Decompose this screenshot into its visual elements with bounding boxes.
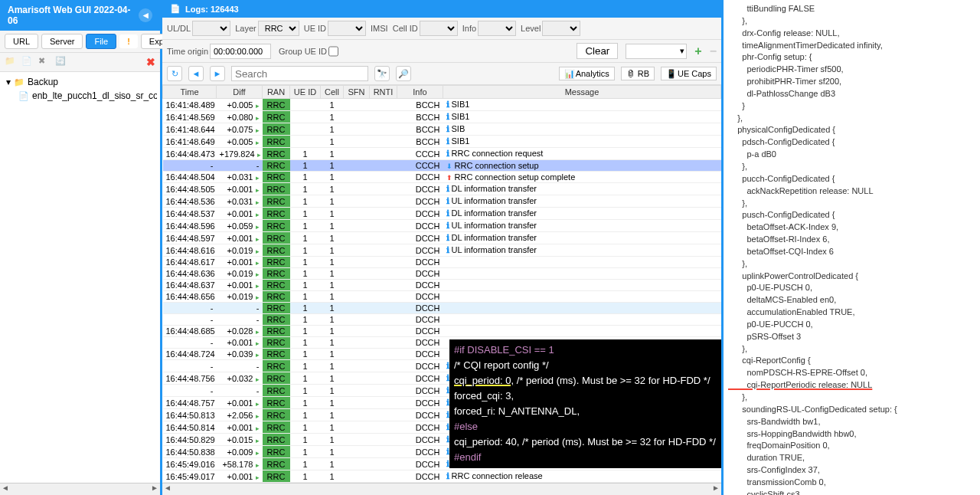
groupueid-checkbox[interactable] [328, 44, 338, 59]
msg-icon [446, 172, 455, 182]
msg-icon [446, 221, 452, 230]
info-label: Info [462, 24, 476, 33]
tree-folder-backup[interactable]: ▾ Backup [3, 75, 157, 89]
msg-icon [446, 161, 455, 170]
log-row[interactable]: 16:44:48.636+0.019 ▸RRC11DCCH [163, 268, 721, 280]
log-row[interactable]: 16:44:48.504+0.031 ▸RRC11DCCHRRC connect… [163, 172, 721, 183]
log-row[interactable]: 16:44:48.656+0.019 ▸RRC11DCCH [163, 291, 721, 303]
doc-icon[interactable]: 📄 [21, 56, 34, 68]
analytics-button[interactable]: 📊Analytics [559, 67, 615, 80]
find-next-icon[interactable]: 🔎 [396, 66, 411, 81]
layer-select[interactable]: RRC [258, 21, 299, 36]
refresh-icon[interactable]: 🔄 [55, 56, 67, 68]
ueid-label: UE ID [304, 24, 326, 33]
msg-icon [446, 149, 452, 158]
col-time[interactable]: Time [163, 86, 217, 99]
col-ran[interactable]: RAN [263, 86, 290, 99]
log-row[interactable]: 16:41:48.489+0.005 ▸RRC1BCCHSIB1 [163, 99, 721, 111]
warning-icon[interactable]: ! [119, 34, 138, 48]
nav-prev-icon[interactable]: ◄ [188, 66, 204, 81]
search-input[interactable] [231, 66, 368, 81]
msg-icon [446, 136, 452, 146]
col-rnti[interactable]: RNTI [370, 86, 397, 99]
clear-button[interactable]: Clear [577, 43, 618, 59]
log-row[interactable]: 16:44:48.536+0.031 ▸RRC11DCCHUL informat… [163, 195, 721, 208]
log-row[interactable]: --RRC11DCCH [163, 314, 721, 326]
rb-button[interactable]: 🛢RB [621, 67, 655, 80]
nav-next-icon[interactable]: ► [210, 66, 225, 81]
log-row[interactable]: 16:44:48.685+0.028 ▸RRC11DCCH [163, 326, 721, 337]
collapse-sidebar-icon[interactable]: ◄ [139, 8, 152, 22]
imsi-label: IMSI [371, 24, 388, 33]
detail-code-pre: ttiBundling FALSE }, drx-Config release:… [728, 4, 883, 377]
layer-label: Layer [235, 24, 256, 33]
timeorigin-input[interactable] [210, 44, 271, 59]
level-select[interactable] [542, 21, 580, 36]
delete-icon[interactable]: ✖ [38, 56, 51, 68]
log-row[interactable]: 16:41:48.569+0.080 ▸RRC1BCCHSIB1 [163, 111, 721, 123]
file-button[interactable]: File [86, 34, 116, 49]
overlay-else: #else [454, 419, 721, 434]
log-row[interactable]: 16:41:48.649+0.005 ▸RRC1BCCHSIB1 [163, 136, 721, 148]
timeorigin-label: Time origin [167, 47, 208, 56]
log-grid-wrap[interactable]: TimeDiffRANUE IDCellSFNRNTIInfoMessage 1… [162, 85, 721, 483]
close-icon[interactable]: ✖ [146, 56, 155, 68]
tree-file-log[interactable]: enb_lte_pucch1_dl_siso_sr_count_44.log..… [15, 89, 157, 103]
url-button[interactable]: URL [5, 34, 38, 49]
overlay-l4: forced_cqi: 3, [454, 388, 721, 404]
log-row[interactable]: 16:44:48.473+179.824 ▸RRC11CCCHRRC conne… [163, 148, 721, 160]
col-diff[interactable]: Diff [217, 86, 263, 99]
ueid-select[interactable] [328, 21, 366, 36]
sidebar-hscroll[interactable] [0, 483, 160, 495]
app-title: Amarisoft Web GUI 2022-04-06 [8, 5, 139, 26]
log-row[interactable]: --RRC11DCCH [163, 303, 721, 314]
col-sfn[interactable]: SFN [344, 86, 370, 99]
folder-label: Backup [28, 77, 58, 87]
binoculars-icon[interactable]: 🔭 [374, 66, 390, 81]
log-row[interactable]: 16:44:48.596+0.059 ▸RRC11DCCHUL informat… [163, 220, 721, 232]
logs-title: Logs: 126443 [185, 5, 239, 14]
col-info[interactable]: Info [397, 86, 443, 99]
file-icon [18, 90, 29, 101]
center-hscroll[interactable] [162, 483, 721, 495]
level-label: Level [521, 24, 541, 33]
msg-icon [446, 100, 452, 109]
col-message[interactable]: Message [443, 86, 721, 99]
log-row[interactable]: 16:44:48.505+0.001 ▸RRC11DCCHDL informat… [163, 183, 721, 195]
log-row[interactable]: 16:44:48.637+0.001 ▸RRC11DCCH [163, 280, 721, 291]
log-row[interactable]: 16:41:48.644+0.075 ▸RRC1BCCHSIB [163, 123, 721, 136]
uecaps-button[interactable]: 📱UE Caps [661, 67, 717, 80]
folder-icon [14, 77, 24, 87]
origin-row: Time origin Group UE ID Clear ▾ + − [162, 40, 721, 63]
cellid-select[interactable] [420, 21, 458, 36]
col-ueid[interactable]: UE ID [290, 86, 321, 99]
search-bar: ↻ ◄ ► 🔭 🔎 📊Analytics 🛢RB 📱UE Caps [162, 63, 721, 85]
server-button[interactable]: Server [41, 34, 83, 49]
msg-icon [446, 208, 452, 218]
log-row[interactable]: 16:44:48.597+0.001 ▸RRC11DCCHDL informat… [163, 232, 721, 244]
filter-preset-select[interactable]: ▾ [626, 44, 687, 59]
overlay-endif: #endif [454, 450, 721, 465]
uldl-select[interactable] [192, 21, 230, 36]
expand-icon[interactable]: ▾ [6, 77, 11, 87]
overlay-l5: forced_ri: N_ANTENNA_DL, [454, 404, 721, 419]
uldl-label: UL/DL [167, 24, 191, 33]
remove-filter-icon[interactable]: − [710, 44, 717, 58]
overlay-l7: cqi_period: 40, /* period (ms). Must be … [454, 434, 721, 450]
detail-panel[interactable]: ttiBundling FALSE }, drx-Config release:… [724, 0, 980, 495]
log-row[interactable]: 16:44:48.616+0.019 ▸RRC11DCCHUL informat… [163, 244, 721, 257]
log-row[interactable]: 16:45:49.017+0.001 ▸RRC11DCCHRRC connect… [163, 470, 721, 483]
chart-icon: 📊 [564, 69, 573, 78]
log-row[interactable]: 16:44:48.537+0.001 ▸RRC11DCCHDL informat… [163, 208, 721, 220]
info-select[interactable] [478, 21, 516, 36]
detail-code-highlight: cqi-ReportPeriodic release: NULL [728, 380, 872, 389]
new-folder-icon[interactable]: 📁 [5, 56, 17, 68]
sidebar: Amarisoft Web GUI 2022-04-06 ◄ URL Serve… [0, 0, 162, 495]
msg-icon [446, 233, 452, 242]
log-row[interactable]: --RRC11CCCHRRC connection setup [163, 160, 721, 172]
app-titlebar: Amarisoft Web GUI 2022-04-06 ◄ [0, 0, 160, 31]
add-filter-icon[interactable]: + [694, 44, 701, 58]
col-cell[interactable]: Cell [321, 86, 344, 99]
log-row[interactable]: 16:44:48.617+0.001 ▸RRC11DCCH [163, 257, 721, 268]
nav-reload-icon[interactable]: ↻ [167, 66, 182, 81]
